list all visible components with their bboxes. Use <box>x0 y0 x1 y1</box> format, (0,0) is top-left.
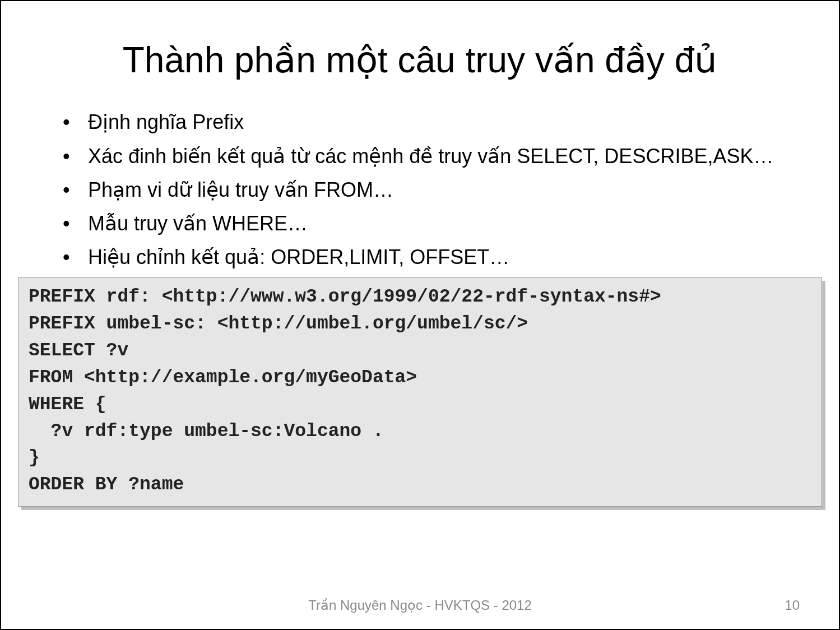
slide-title: Thành phần một câu truy vấn đầy đủ <box>35 40 805 80</box>
page-number: 10 <box>785 597 800 613</box>
bullet-item: Xác đinh biến kết quả từ các mệnh đề tru… <box>57 142 805 171</box>
code-block-wrap: PREFIX rdf: <http://www.w3.org/1999/02/2… <box>18 277 822 507</box>
bullet-list: Định nghĩa Prefix Xác đinh biến kết quả … <box>57 108 805 272</box>
bullet-item: Định nghĩa Prefix <box>57 108 805 137</box>
code-block: PREFIX rdf: <http://www.w3.org/1999/02/2… <box>18 277 822 507</box>
bullet-item: Hiệu chỉnh kết quả: ORDER,LIMIT, OFFSET… <box>57 243 805 272</box>
bullet-item: Mẫu truy vấn WHERE… <box>57 209 805 238</box>
bullet-item: Phạm vi dữ liệu truy vấn FROM… <box>57 175 805 205</box>
footer-text: Trần Nguyên Ngọc - HVKTQS - 2012 <box>1 597 839 613</box>
slide: Thành phần một câu truy vấn đầy đủ Định … <box>0 0 840 630</box>
